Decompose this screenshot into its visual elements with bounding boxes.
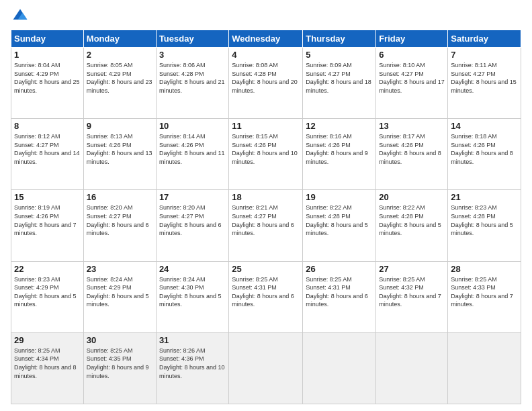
weekday-wednesday: Wednesday (229, 30, 303, 48)
day-cell: 4 Sunrise: 8:08 AM Sunset: 4:28 PM Dayli… (229, 48, 303, 119)
day-info: Sunrise: 8:24 AM Sunset: 4:29 PM Dayligh… (87, 275, 153, 309)
day-cell: 23 Sunrise: 8:24 AM Sunset: 4:29 PM Dayl… (83, 261, 156, 332)
day-number: 15 (14, 192, 81, 202)
calendar-table: SundayMondayTuesdayWednesdayThursdayFrid… (11, 30, 521, 404)
day-number: 13 (379, 121, 445, 131)
page: SundayMondayTuesdayWednesdayThursdayFrid… (0, 0, 532, 411)
day-info: Sunrise: 8:21 AM Sunset: 4:27 PM Dayligh… (232, 203, 300, 237)
day-number: 30 (87, 335, 153, 345)
day-info: Sunrise: 8:12 AM Sunset: 4:27 PM Dayligh… (14, 132, 81, 166)
day-cell: 8 Sunrise: 8:12 AM Sunset: 4:27 PM Dayli… (11, 119, 84, 190)
day-cell: 17 Sunrise: 8:20 AM Sunset: 4:27 PM Dayl… (156, 190, 228, 261)
day-number: 3 (159, 50, 226, 60)
day-number: 28 (451, 264, 518, 274)
day-info: Sunrise: 8:14 AM Sunset: 4:26 PM Dayligh… (159, 132, 226, 166)
day-cell: 5 Sunrise: 8:09 AM Sunset: 4:27 PM Dayli… (303, 48, 376, 119)
day-cell: 12 Sunrise: 8:16 AM Sunset: 4:26 PM Dayl… (303, 119, 376, 190)
day-cell: 1 Sunrise: 8:04 AM Sunset: 4:29 PM Dayli… (11, 48, 84, 119)
day-number: 11 (232, 121, 300, 131)
day-number: 18 (232, 192, 300, 202)
day-number: 6 (379, 50, 445, 60)
day-number: 2 (87, 50, 153, 60)
day-cell (376, 332, 448, 404)
day-cell: 10 Sunrise: 8:14 AM Sunset: 4:26 PM Dayl… (156, 119, 228, 190)
day-number: 26 (306, 264, 373, 274)
day-number: 24 (159, 264, 226, 274)
day-info: Sunrise: 8:16 AM Sunset: 4:26 PM Dayligh… (306, 132, 373, 166)
day-cell: 7 Sunrise: 8:11 AM Sunset: 4:27 PM Dayli… (448, 48, 521, 119)
weekday-saturday: Saturday (448, 30, 521, 48)
day-info: Sunrise: 8:05 AM Sunset: 4:29 PM Dayligh… (87, 61, 153, 95)
day-info: Sunrise: 8:25 AM Sunset: 4:32 PM Dayligh… (379, 275, 445, 309)
day-number: 8 (14, 121, 81, 131)
day-number: 19 (306, 192, 373, 202)
day-cell: 18 Sunrise: 8:21 AM Sunset: 4:27 PM Dayl… (229, 190, 303, 261)
day-info: Sunrise: 8:25 AM Sunset: 4:31 PM Dayligh… (306, 275, 373, 309)
day-number: 23 (87, 264, 153, 274)
day-cell: 24 Sunrise: 8:24 AM Sunset: 4:30 PM Dayl… (156, 261, 228, 332)
day-cell: 31 Sunrise: 8:26 AM Sunset: 4:36 PM Dayl… (156, 332, 228, 404)
day-info: Sunrise: 8:20 AM Sunset: 4:27 PM Dayligh… (87, 203, 153, 237)
day-cell: 2 Sunrise: 8:05 AM Sunset: 4:29 PM Dayli… (83, 48, 156, 119)
day-number: 22 (14, 264, 81, 274)
week-row-2: 8 Sunrise: 8:12 AM Sunset: 4:27 PM Dayli… (11, 119, 521, 190)
day-info: Sunrise: 8:06 AM Sunset: 4:28 PM Dayligh… (159, 61, 226, 95)
day-number: 20 (379, 192, 445, 202)
week-row-5: 29 Sunrise: 8:25 AM Sunset: 4:34 PM Dayl… (11, 332, 521, 404)
day-number: 10 (159, 121, 226, 131)
day-number: 7 (451, 50, 518, 60)
day-info: Sunrise: 8:23 AM Sunset: 4:29 PM Dayligh… (14, 275, 81, 309)
weekday-friday: Friday (376, 30, 448, 48)
day-info: Sunrise: 8:20 AM Sunset: 4:27 PM Dayligh… (159, 203, 226, 237)
day-cell: 16 Sunrise: 8:20 AM Sunset: 4:27 PM Dayl… (83, 190, 156, 261)
day-info: Sunrise: 8:25 AM Sunset: 4:33 PM Dayligh… (451, 275, 518, 309)
day-number: 12 (306, 121, 373, 131)
day-cell: 26 Sunrise: 8:25 AM Sunset: 4:31 PM Dayl… (303, 261, 376, 332)
day-cell: 11 Sunrise: 8:15 AM Sunset: 4:26 PM Dayl… (229, 119, 303, 190)
logo-icon (11, 7, 30, 26)
day-info: Sunrise: 8:23 AM Sunset: 4:28 PM Dayligh… (451, 203, 518, 237)
day-number: 9 (87, 121, 153, 131)
week-row-1: 1 Sunrise: 8:04 AM Sunset: 4:29 PM Dayli… (11, 48, 521, 119)
day-info: Sunrise: 8:22 AM Sunset: 4:28 PM Dayligh… (306, 203, 373, 237)
day-cell: 14 Sunrise: 8:18 AM Sunset: 4:26 PM Dayl… (448, 119, 521, 190)
weekday-tuesday: Tuesday (156, 30, 228, 48)
day-info: Sunrise: 8:11 AM Sunset: 4:27 PM Dayligh… (451, 61, 518, 95)
day-cell: 21 Sunrise: 8:23 AM Sunset: 4:28 PM Dayl… (448, 190, 521, 261)
day-info: Sunrise: 8:04 AM Sunset: 4:29 PM Dayligh… (14, 61, 81, 95)
day-info: Sunrise: 8:18 AM Sunset: 4:26 PM Dayligh… (451, 132, 518, 166)
day-number: 29 (14, 335, 81, 345)
day-cell: 13 Sunrise: 8:17 AM Sunset: 4:26 PM Dayl… (376, 119, 448, 190)
day-cell (448, 332, 521, 404)
day-info: Sunrise: 8:22 AM Sunset: 4:28 PM Dayligh… (379, 203, 445, 237)
day-number: 21 (451, 192, 518, 202)
day-number: 17 (159, 192, 226, 202)
day-cell: 28 Sunrise: 8:25 AM Sunset: 4:33 PM Dayl… (448, 261, 521, 332)
day-info: Sunrise: 8:19 AM Sunset: 4:26 PM Dayligh… (14, 203, 81, 237)
day-number: 16 (87, 192, 153, 202)
day-info: Sunrise: 8:09 AM Sunset: 4:27 PM Dayligh… (306, 61, 373, 95)
day-info: Sunrise: 8:08 AM Sunset: 4:28 PM Dayligh… (232, 61, 300, 95)
day-info: Sunrise: 8:25 AM Sunset: 4:31 PM Dayligh… (232, 275, 300, 309)
day-cell: 9 Sunrise: 8:13 AM Sunset: 4:26 PM Dayli… (83, 119, 156, 190)
day-info: Sunrise: 8:25 AM Sunset: 4:34 PM Dayligh… (14, 347, 81, 380)
day-info: Sunrise: 8:25 AM Sunset: 4:35 PM Dayligh… (87, 347, 153, 380)
day-cell (229, 332, 303, 404)
day-info: Sunrise: 8:10 AM Sunset: 4:27 PM Dayligh… (379, 61, 445, 95)
day-info: Sunrise: 8:26 AM Sunset: 4:36 PM Dayligh… (159, 347, 226, 380)
day-info: Sunrise: 8:13 AM Sunset: 4:26 PM Dayligh… (87, 132, 153, 166)
day-cell: 30 Sunrise: 8:25 AM Sunset: 4:35 PM Dayl… (83, 332, 156, 404)
day-number: 1 (14, 50, 81, 60)
week-row-3: 15 Sunrise: 8:19 AM Sunset: 4:26 PM Dayl… (11, 190, 521, 261)
weekday-header-row: SundayMondayTuesdayWednesdayThursdayFrid… (11, 30, 521, 48)
day-cell (303, 332, 376, 404)
day-cell: 15 Sunrise: 8:19 AM Sunset: 4:26 PM Dayl… (11, 190, 84, 261)
day-number: 27 (379, 264, 445, 274)
day-info: Sunrise: 8:24 AM Sunset: 4:30 PM Dayligh… (159, 275, 226, 309)
day-cell: 27 Sunrise: 8:25 AM Sunset: 4:32 PM Dayl… (376, 261, 448, 332)
week-row-4: 22 Sunrise: 8:23 AM Sunset: 4:29 PM Dayl… (11, 261, 521, 332)
weekday-sunday: Sunday (11, 30, 84, 48)
day-number: 4 (232, 50, 300, 60)
day-cell: 20 Sunrise: 8:22 AM Sunset: 4:28 PM Dayl… (376, 190, 448, 261)
logo (11, 7, 32, 26)
